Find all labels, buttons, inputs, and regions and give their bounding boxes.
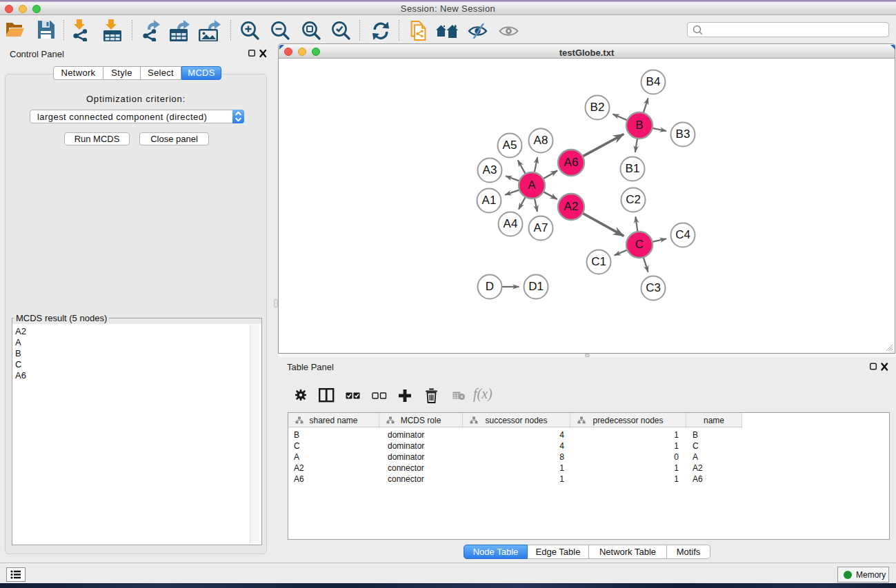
svg-text:C2: C2 (626, 193, 641, 206)
svg-text:D: D (486, 280, 494, 293)
svg-text:C3: C3 (646, 281, 661, 294)
svg-text:A: A (528, 179, 536, 192)
svg-text:D1: D1 (528, 280, 544, 293)
svg-text:A6: A6 (564, 156, 579, 169)
svg-text:B4: B4 (646, 75, 661, 88)
svg-text:A8: A8 (534, 134, 548, 147)
svg-text:B2: B2 (590, 101, 605, 114)
svg-text:C1: C1 (591, 255, 606, 268)
svg-text:A7: A7 (534, 221, 548, 234)
svg-text:A1: A1 (482, 194, 497, 207)
svg-text:A2: A2 (564, 200, 579, 213)
svg-text:A4: A4 (504, 217, 518, 230)
svg-text:B: B (635, 119, 643, 132)
svg-text:C4: C4 (675, 228, 690, 241)
svg-text:A3: A3 (483, 163, 497, 176)
svg-text:B3: B3 (676, 128, 690, 141)
svg-text:C: C (635, 238, 644, 251)
svg-text:B1: B1 (626, 162, 640, 175)
svg-text:A5: A5 (503, 139, 517, 152)
